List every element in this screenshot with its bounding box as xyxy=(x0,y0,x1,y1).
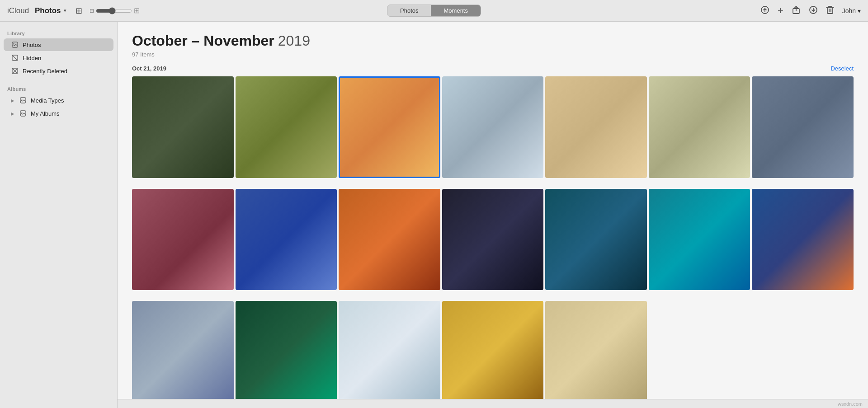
photo-grid-row1 xyxy=(132,76,854,178)
main-layout: Library Photos Hidden xyxy=(0,22,868,408)
albums-section-label: Albums xyxy=(0,83,117,94)
media-types-chevron: ▶ xyxy=(11,98,16,103)
svg-point-17 xyxy=(22,99,23,100)
user-menu[interactable]: John ▾ xyxy=(842,7,861,14)
recently-deleted-icon xyxy=(11,67,19,75)
sidebar-item-photos[interactable]: Photos xyxy=(4,38,113,51)
upload-button[interactable] xyxy=(760,5,769,16)
attribution: wsxdn.com xyxy=(838,401,863,407)
photo-tile[interactable] xyxy=(545,301,647,403)
photo-tile[interactable] xyxy=(236,189,337,291)
date-label-oct21: Oct 21, 2019 xyxy=(132,65,166,72)
sidebar-my-albums-label: My Albums xyxy=(31,110,60,117)
photo-tile[interactable] xyxy=(339,76,440,178)
sidebar-toggle-button[interactable]: ⊞ xyxy=(75,6,82,16)
photo-tile[interactable] xyxy=(545,189,647,291)
svg-line-12 xyxy=(12,55,18,61)
photo-tile[interactable] xyxy=(752,76,854,178)
date-header-oct21: Oct 21, 2019 Deselect xyxy=(132,65,854,72)
bottom-bar: wsxdn.com xyxy=(118,399,868,408)
sidebar-recently-deleted-label: Recently Deleted xyxy=(23,68,67,75)
svg-point-19 xyxy=(22,112,23,113)
svg-rect-18 xyxy=(20,111,26,116)
svg-point-10 xyxy=(14,43,14,44)
tab-photos[interactable]: Photos xyxy=(387,5,431,16)
svg-rect-9 xyxy=(12,42,18,47)
delete-button[interactable] xyxy=(826,5,834,16)
my-albums-chevron: ▶ xyxy=(11,111,16,116)
sidebar-hidden-label: Hidden xyxy=(23,55,41,61)
deselect-button[interactable]: Deselect xyxy=(830,65,854,72)
download-button[interactable] xyxy=(809,5,818,16)
sidebar-item-recently-deleted[interactable]: Recently Deleted xyxy=(4,65,113,77)
photo-tile[interactable] xyxy=(339,301,440,403)
sidebar-item-hidden[interactable]: Hidden xyxy=(4,52,113,64)
photo-tile[interactable] xyxy=(442,189,544,291)
photo-grid-row3 xyxy=(132,301,854,403)
photo-tile[interactable] xyxy=(132,189,234,291)
photo-tile[interactable] xyxy=(442,76,544,178)
logo-dropdown-icon[interactable]: ▾ xyxy=(64,8,66,14)
hidden-icon xyxy=(11,54,19,62)
logo-icloud: iCloud xyxy=(7,6,29,15)
date-section-oct21: Oct 21, 2019 Deselect xyxy=(132,65,854,178)
share-button[interactable] xyxy=(792,5,801,16)
sidebar-media-types-label: Media Types xyxy=(31,97,64,104)
sidebar-photos-label: Photos xyxy=(23,42,41,48)
toolbar-actions: + John ▾ xyxy=(760,5,861,16)
library-section-label: Library xyxy=(0,27,117,38)
title-year: 2019 xyxy=(278,33,310,49)
photo-tile-empty xyxy=(649,301,750,403)
photo-tile[interactable] xyxy=(236,76,337,178)
my-albums-icon xyxy=(19,109,27,117)
sidebar-item-my-albums[interactable]: ▶ My Albums xyxy=(4,107,113,120)
title-month: October – November xyxy=(132,33,274,49)
topbar: iCloud Photos▾ ⊞ ⊟ ⊞ Photos Moments + xyxy=(0,0,868,22)
photo-tile[interactable] xyxy=(442,301,544,403)
date-section-row3 xyxy=(132,301,854,403)
view-tabs: Photos Moments xyxy=(387,5,481,17)
photo-tile[interactable] xyxy=(132,301,234,403)
zoom-max-icon: ⊞ xyxy=(134,6,140,15)
logo-photos: Photos xyxy=(35,6,61,15)
zoom-control: ⊟ ⊞ xyxy=(90,6,140,15)
photo-tile[interactable] xyxy=(649,189,750,291)
zoom-slider[interactable] xyxy=(96,7,132,14)
photo-tile[interactable] xyxy=(649,76,750,178)
svg-rect-6 xyxy=(827,7,833,14)
photo-tile[interactable] xyxy=(339,189,440,291)
content-area: October – November2019 97 Items Oct 21, … xyxy=(118,22,868,408)
page-title: October – November2019 xyxy=(132,33,310,49)
svg-rect-16 xyxy=(20,98,26,103)
item-count: 97 Items xyxy=(132,51,854,58)
photo-tile[interactable] xyxy=(545,76,647,178)
photo-tile[interactable] xyxy=(132,76,234,178)
add-button[interactable]: + xyxy=(778,6,783,16)
zoom-min-icon: ⊟ xyxy=(90,8,94,14)
photo-tile[interactable] xyxy=(752,189,854,291)
photo-tile-empty xyxy=(752,301,854,403)
photos-icon xyxy=(11,41,19,49)
photo-tile[interactable] xyxy=(236,301,337,403)
photo-grid-row2 xyxy=(132,189,854,291)
date-section-row2 xyxy=(132,189,854,291)
sidebar: Library Photos Hidden xyxy=(0,22,118,408)
sidebar-item-media-types[interactable]: ▶ Media Types xyxy=(4,94,113,107)
media-types-icon xyxy=(19,96,27,104)
tab-moments[interactable]: Moments xyxy=(431,5,481,16)
app-logo: iCloud Photos▾ xyxy=(7,6,66,15)
content-header: October – November2019 97 Items xyxy=(132,33,854,58)
